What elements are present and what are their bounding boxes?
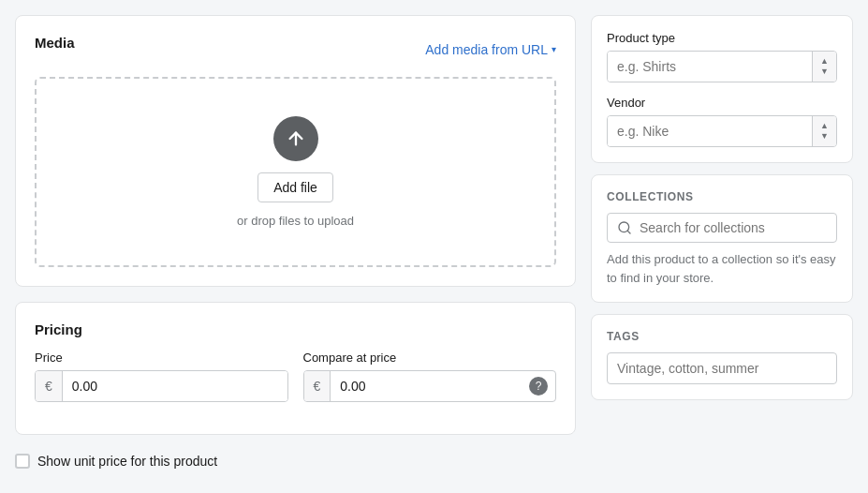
unit-price-row: Show unit price for this product bbox=[15, 454, 576, 469]
stepper-up-icon: ▲ bbox=[820, 57, 829, 66]
chevron-down-icon: ▾ bbox=[552, 44, 556, 54]
tags-input[interactable] bbox=[607, 352, 837, 384]
price-field-group: Price € bbox=[35, 351, 288, 402]
product-type-select-wrapper: ▲ ▼ bbox=[607, 51, 837, 82]
product-type-input[interactable] bbox=[608, 52, 812, 82]
collections-section: COLLECTIONS Add this product to a collec… bbox=[591, 174, 853, 303]
vendor-label: Vendor bbox=[607, 96, 837, 110]
collections-search-wrapper[interactable] bbox=[607, 213, 837, 243]
pricing-title: Pricing bbox=[35, 321, 556, 337]
price-input[interactable] bbox=[63, 371, 287, 401]
compare-input-wrapper: € ? bbox=[303, 370, 557, 402]
compare-field-group: Compare at price € ? bbox=[303, 351, 557, 415]
product-type-group: Product type ▲ ▼ bbox=[607, 31, 837, 82]
stepper-down-icon: ▼ bbox=[820, 67, 829, 76]
media-card: Media Add media from URL ▾ Add file or d… bbox=[15, 15, 576, 287]
collections-label: COLLECTIONS bbox=[607, 190, 837, 203]
pricing-grid: Price € Compare at price € ? bbox=[35, 351, 556, 415]
drop-hint-text: or drop files to upload bbox=[237, 214, 354, 228]
product-type-label: Product type bbox=[607, 31, 837, 45]
add-media-label: Add media from URL bbox=[425, 42, 548, 57]
svg-line-2 bbox=[627, 231, 630, 233]
price-input-wrapper: € bbox=[35, 370, 288, 402]
left-column: Media Add media from URL ▾ Add file or d… bbox=[15, 15, 576, 478]
vendor-stepper[interactable]: ▲ ▼ bbox=[812, 116, 836, 146]
collections-hint: Add this product to a collection so it's… bbox=[607, 250, 837, 287]
vendor-select-wrapper: ▲ ▼ bbox=[607, 115, 837, 147]
vendor-stepper-down-icon: ▼ bbox=[820, 132, 829, 141]
unit-price-label: Show unit price for this product bbox=[37, 454, 217, 469]
add-media-link[interactable]: Add media from URL ▾ bbox=[425, 42, 556, 57]
product-type-stepper[interactable]: ▲ ▼ bbox=[812, 52, 836, 82]
media-header: Media Add media from URL ▾ bbox=[35, 35, 556, 64]
add-file-button[interactable]: Add file bbox=[257, 172, 333, 202]
right-column: Product type ▲ ▼ Vendor ▲ ▼ COLLECTIONS bbox=[591, 15, 853, 478]
tags-label: TAGS bbox=[607, 330, 837, 343]
compare-label: Compare at price bbox=[303, 351, 557, 365]
tags-section: TAGS bbox=[591, 314, 853, 400]
media-title: Media bbox=[35, 35, 75, 51]
drop-zone[interactable]: Add file or drop files to upload bbox=[35, 77, 556, 267]
search-icon bbox=[617, 220, 632, 235]
help-icon[interactable]: ? bbox=[529, 377, 548, 396]
price-label: Price bbox=[35, 351, 288, 365]
unit-price-checkbox[interactable] bbox=[15, 454, 30, 469]
vendor-input[interactable] bbox=[608, 116, 812, 146]
pricing-card: Pricing Price € Compare at price € ? bbox=[15, 302, 576, 435]
collections-search-input[interactable] bbox=[640, 220, 827, 235]
upload-icon bbox=[273, 116, 318, 161]
product-type-vendor-section: Product type ▲ ▼ Vendor ▲ ▼ bbox=[591, 15, 853, 163]
compare-prefix: € bbox=[304, 371, 331, 401]
vendor-group: Vendor ▲ ▼ bbox=[607, 96, 837, 147]
compare-input[interactable] bbox=[331, 371, 529, 401]
price-prefix: € bbox=[36, 371, 63, 401]
vendor-stepper-up-icon: ▲ bbox=[820, 122, 829, 130]
